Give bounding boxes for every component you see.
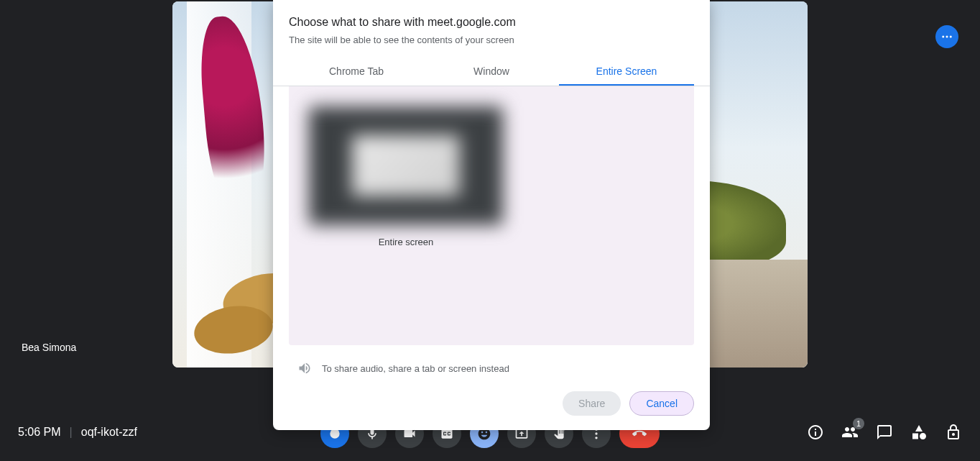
chat-button[interactable] — [876, 424, 893, 444]
tab-chrome-tab[interactable]: Chrome Tab — [289, 58, 424, 86]
thumbnail-label: Entire screen — [309, 237, 503, 247]
svg-point-2 — [950, 36, 952, 38]
divider: | — [70, 426, 73, 439]
activities-button[interactable] — [910, 424, 928, 444]
audio-hint-text: To share audio, share a tab or screen in… — [322, 363, 509, 374]
share-preview-area: Entire screen — [289, 86, 694, 345]
dialog-subtitle: The site will be able to see the content… — [273, 35, 710, 45]
participants-button[interactable]: 1 — [841, 424, 859, 444]
dialog-actions: Share Cancel — [273, 375, 710, 416]
participant-name-label: Bea Simona — [22, 342, 76, 353]
lock-icon — [945, 424, 962, 441]
time-label: 5:06 PM — [18, 426, 61, 439]
tab-entire-screen[interactable]: Entire Screen — [559, 58, 694, 86]
audio-hint: To share audio, share a tab or screen in… — [273, 351, 710, 375]
screen-share-dialog: Choose what to share with meet.google.co… — [273, 0, 710, 430]
share-tabs: Chrome Tab Window Entire Screen — [273, 58, 710, 86]
meeting-code-label: oqf-ikot-zzf — [81, 426, 137, 439]
svg-point-6 — [595, 437, 597, 439]
thumbnail-image — [309, 106, 503, 225]
svg-point-0 — [942, 36, 944, 38]
host-controls-button[interactable] — [945, 424, 962, 444]
svg-point-1 — [946, 36, 948, 38]
info-icon — [807, 424, 824, 441]
dialog-title: Choose what to share with meet.google.co… — [273, 16, 710, 29]
tab-window[interactable]: Window — [424, 58, 559, 86]
share-button[interactable]: Share — [563, 391, 621, 416]
more-options-button[interactable] — [935, 25, 958, 48]
screen-thumbnail[interactable]: Entire screen — [309, 106, 503, 247]
cancel-button[interactable]: Cancel — [629, 391, 694, 416]
more-horizontal-icon — [940, 30, 953, 43]
shapes-icon — [910, 424, 928, 441]
participant-count-badge: 1 — [853, 418, 864, 429]
volume-icon — [297, 361, 312, 375]
svg-point-5 — [595, 432, 597, 434]
svg-point-3 — [330, 429, 339, 438]
meeting-info: 5:06 PM | oqf-ikot-zzf — [18, 426, 137, 439]
meeting-details-button[interactable] — [807, 424, 824, 444]
chat-icon — [876, 424, 893, 441]
right-panel-controls: 1 — [807, 424, 962, 444]
